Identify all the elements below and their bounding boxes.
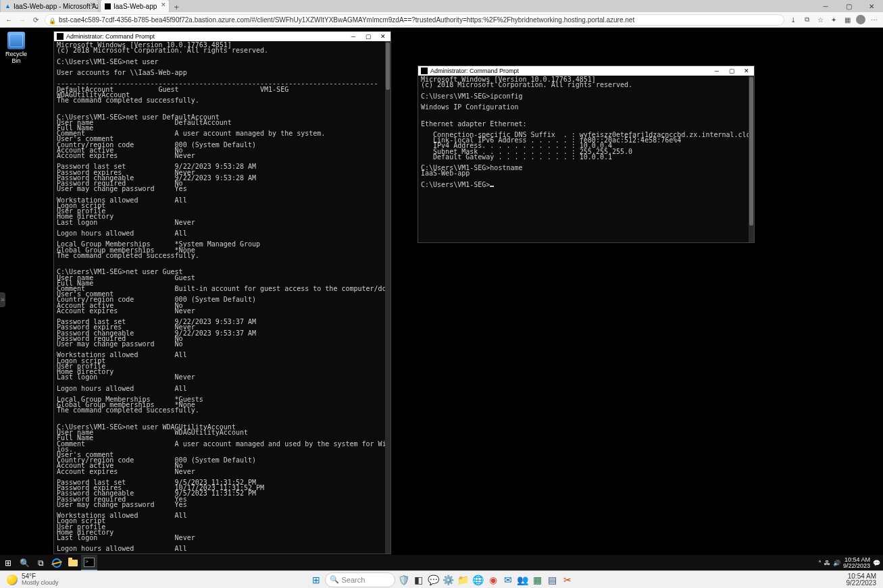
host-taskbar-teams[interactable]: 💬 [428, 574, 440, 586]
windows-logo-icon: ⊞ [5, 558, 11, 568]
cmd2-text: Microsoft Windows [Version 10.0.17763.48… [421, 76, 754, 188]
tray-overflow-icon[interactable]: ˄ [818, 560, 822, 567]
browser-window: ▲ IaaS-Web-app - Microsoft Azure ✕ IaaS-… [0, 0, 883, 571]
recycle-bin-glyph [7, 32, 25, 49]
favorites-icon[interactable]: ☆ [815, 15, 825, 24]
host-date: 9/22/2023 [847, 580, 877, 587]
extensions-icon[interactable]: ✦ [829, 15, 838, 24]
cmd2-minimize-button[interactable]: ─ [709, 66, 724, 76]
install-pwa-icon[interactable]: ⤓ [788, 15, 798, 24]
tab-close-icon[interactable]: ✕ [90, 1, 95, 8]
cmd2-close-button[interactable]: ✕ [739, 66, 754, 76]
recycle-bin-icon[interactable]: Recycle Bin [3, 32, 30, 64]
tray-network-icon[interactable]: 🖧 [824, 560, 830, 566]
cmd1-output[interactable]: Microsoft Windows [Version 10.0.17763.48… [54, 41, 390, 554]
browser-tab-bastion[interactable]: IaaS-Web-app ✕ [100, 0, 170, 12]
bastion-remote-desktop[interactable]: » Recycle Bin Administrator: Command Pro… [0, 28, 883, 571]
host-taskbar: 54°F Mostly cloudy ⊞ 🔍 Search 🛡️ ◧ 💬 ⚙️ … [0, 570, 883, 588]
cmd1-close-button[interactable]: ✕ [376, 32, 390, 41]
lock-icon: 🔒 [49, 16, 56, 26]
tab-favicon-azure: ▲ [5, 3, 11, 9]
window-maximize-button[interactable]: ▢ [837, 0, 860, 12]
cmd2-cursor [490, 186, 494, 187]
host-taskbar-shield[interactable]: 🛡️ [398, 574, 410, 586]
host-taskbar-outlook[interactable]: ✉ [502, 574, 514, 586]
remote-search-button[interactable]: 🔍 [16, 555, 32, 571]
tab-title: IaaS-Web-app - Microsoft Azure [14, 3, 99, 10]
browser-tab-azure[interactable]: ▲ IaaS-Web-app - Microsoft Azure ✕ [0, 0, 99, 12]
folder-icon [68, 560, 78, 566]
cmd2-maximize-button[interactable]: ▢ [724, 66, 739, 76]
host-taskbar-explorer[interactable]: 📁 [457, 574, 470, 586]
browser-toolbar: ← → ⟳ 🔒 bst-cae4c589-7cdf-4356-b785-bea4… [0, 12, 883, 28]
nav-back-button[interactable]: ← [4, 15, 14, 24]
search-placeholder: Search [342, 576, 365, 584]
search-icon: 🔍 [330, 575, 339, 584]
browser-menu-button[interactable]: ⋯ [869, 15, 879, 24]
cmd1-text: Microsoft Windows [Version 10.0.17763.48… [57, 41, 390, 552]
cmd1-minimize-button[interactable]: ─ [346, 32, 361, 41]
remote-action-center-icon[interactable]: 💬 [873, 560, 880, 566]
cmd2-titlebar[interactable]: Administrator: Command Prompt ─ ▢ ✕ [418, 66, 754, 76]
host-taskbar-word[interactable]: ▤ [547, 574, 559, 586]
browser-tab-strip: ▲ IaaS-Web-app - Microsoft Azure ✕ IaaS-… [0, 0, 883, 12]
weather-icon [7, 574, 18, 585]
host-taskbar-devhome[interactable]: ◧ [413, 574, 425, 586]
cmd2-scroll-thumb[interactable] [749, 77, 753, 225]
collections-icon[interactable]: ▦ [842, 15, 852, 24]
remote-task-view-button[interactable]: ⧉ [32, 555, 49, 571]
cmd2-title-text: Administrator: Command Prompt [430, 68, 519, 74]
host-taskbar-teams2[interactable]: 👥 [517, 574, 529, 586]
remote-start-button[interactable]: ⊞ [0, 555, 16, 571]
host-start-button[interactable]: ⊞ [310, 574, 322, 586]
nav-refresh-button[interactable]: ⟳ [31, 15, 41, 24]
host-taskbar-excel[interactable]: ▦ [532, 574, 544, 586]
cmd-window-1[interactable]: Administrator: Command Prompt ─ ▢ ✕ Micr… [53, 31, 391, 554]
remote-taskbar: ⊞ 🔍 ⧉ ˄ 🖧 🔊 10:54 AM 9/22/2023 💬 [0, 555, 883, 571]
remote-taskbar-explorer[interactable] [65, 555, 81, 571]
cmd1-scroll-thumb[interactable] [386, 43, 390, 90]
window-minimize-button[interactable]: ─ [814, 0, 837, 12]
nav-forward-button[interactable]: → [18, 15, 27, 24]
bastion-toolbar-handle[interactable]: » [0, 292, 5, 307]
remote-clock[interactable]: 10:54 AM 9/22/2023 [843, 557, 870, 570]
tab-close-icon[interactable]: ✕ [161, 1, 166, 8]
read-aloud-icon[interactable]: ⧉ [802, 15, 811, 24]
profile-icon[interactable] [856, 15, 865, 24]
host-weather-widget[interactable]: 54°F Mostly cloudy [0, 573, 59, 586]
address-bar[interactable]: 🔒 bst-cae4c589-7cdf-4356-b785-bea45f90f7… [45, 14, 784, 26]
host-taskbar-chrome[interactable]: ◉ [487, 574, 499, 586]
recycle-bin-label: Recycle Bin [5, 51, 27, 64]
host-taskbar-snip[interactable]: ✂ [561, 574, 574, 586]
tab-title: IaaS-Web-app [113, 3, 157, 10]
cmd-icon [57, 33, 64, 40]
new-tab-button[interactable]: + [171, 2, 182, 12]
tab-favicon-bastion [105, 3, 111, 9]
host-taskbar-settings[interactable]: ⚙️ [443, 574, 455, 586]
host-search-box[interactable]: 🔍 Search [325, 572, 395, 587]
cmd-taskbar-icon [84, 558, 95, 567]
cmd-window-2[interactable]: Administrator: Command Prompt ─ ▢ ✕ Micr… [418, 65, 755, 243]
host-taskbar-edge[interactable]: 🌐 [472, 574, 484, 586]
url-text: bst-cae4c589-7cdf-4356-b785-bea45f90f72a… [59, 16, 634, 24]
host-clock[interactable]: 10:54 AM 9/22/2023 [847, 573, 877, 587]
cmd1-title-text: Administrator: Command Prompt [66, 33, 155, 40]
remote-taskbar-ie[interactable] [49, 555, 65, 571]
host-time: 10:54 AM [847, 573, 877, 580]
remote-taskbar-cmd[interactable] [81, 555, 97, 571]
cmd-icon [421, 68, 428, 74]
tray-volume-icon[interactable]: 🔊 [833, 560, 840, 566]
ie-icon [51, 557, 62, 568]
weather-desc: Mostly cloudy [22, 580, 59, 586]
cmd1-maximize-button[interactable]: ▢ [361, 32, 376, 41]
remote-date: 9/22/2023 [843, 563, 870, 569]
cmd1-scrollbar[interactable] [385, 41, 390, 554]
cmd2-output[interactable]: Microsoft Windows [Version 10.0.17763.48… [418, 76, 754, 242]
window-close-button[interactable]: ✕ [860, 0, 883, 12]
cmd1-titlebar[interactable]: Administrator: Command Prompt ─ ▢ ✕ [54, 32, 390, 41]
cmd2-scrollbar[interactable] [749, 76, 754, 242]
